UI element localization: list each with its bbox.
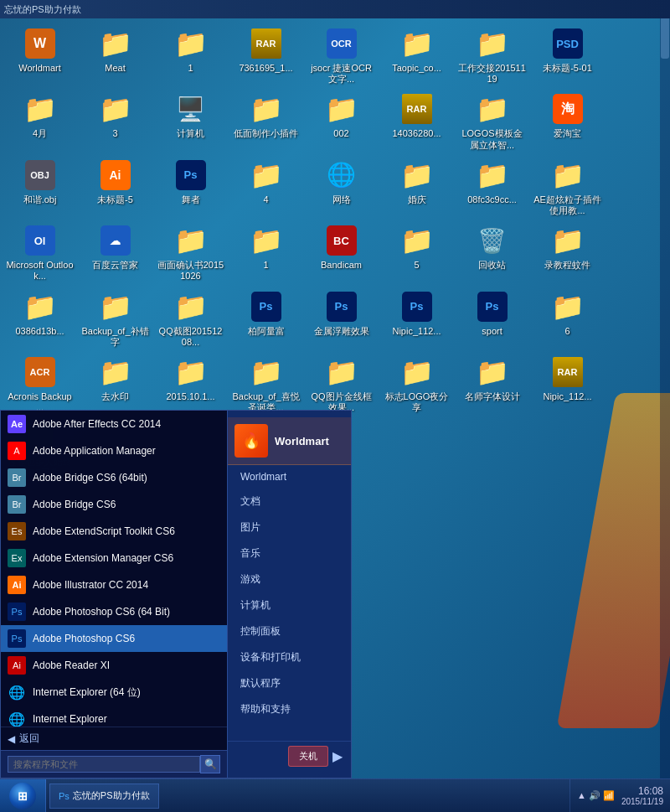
icon-qq-screenshot[interactable]: 📁 QQ截图20151208... (155, 286, 226, 351)
start-item-ae2014[interactable]: Ae Adobe After Effects CC 2014 (1, 411, 227, 437)
start-item-app-manager[interactable]: A Adobe Application Manager (1, 437, 227, 464)
icon-4[interactable]: 📁 4 (230, 154, 302, 220)
icon-lowcost[interactable]: 📁 低面制作小插件 (230, 88, 302, 153)
system-tray-icons: ▲ 🔊 📶 (577, 790, 615, 801)
icon-qq-pics[interactable]: 📁 QQ图片金线框效果... (306, 351, 377, 416)
start-place-computer[interactable]: 计算机 (228, 592, 351, 618)
icon-font-design[interactable]: 📁 名师字体设计 (456, 351, 528, 416)
icon-logo-night[interactable]: 📁 标志LOGO夜分享 (381, 351, 452, 416)
start-item-ie[interactable]: 🌐 Internet Explorer (1, 706, 227, 727)
icon-work-exchange[interactable]: 📁 工作交接20151119 (456, 23, 528, 88)
start-back-button[interactable]: ◀ 返回 (1, 727, 227, 750)
start-place-games[interactable]: 游戏 (228, 566, 351, 592)
start-item-ps-cs6[interactable]: Ps Adobe Photoshop CS6 (1, 625, 227, 652)
bridge-icon: Br (8, 468, 26, 487)
start-item-reader[interactable]: Ai Adobe Reader XI (1, 652, 227, 679)
icon-1[interactable]: 📁 1 (155, 23, 226, 88)
icon-meat[interactable]: 📁 Meat (80, 23, 151, 88)
start-search-input[interactable] (8, 756, 200, 773)
shutdown-button[interactable]: 关机 (288, 746, 328, 767)
icon-backup2[interactable]: 📁 Backup_of_喜悦圣诞类... (230, 351, 302, 416)
icon-nipic-112b[interactable]: RAR Nipic_112... (532, 351, 603, 416)
windows-orb: ⊞ (9, 783, 36, 809)
icon-5[interactable]: 📁 5 (381, 220, 452, 285)
icon-1b[interactable]: 📁 1 (230, 220, 302, 285)
icon-acronis[interactable]: ACR Acronis Backup ... (4, 351, 75, 416)
pdf-icon: Ai (8, 656, 26, 675)
titlebar-text: 忘忧的PS助力付款 (4, 3, 81, 16)
icon-float-effect[interactable]: Ps 金属浮雕效果 (306, 286, 377, 351)
icon-nipic-112[interactable]: Ps Nipic_112... (381, 286, 452, 351)
start-place-pictures[interactable]: 图片 (228, 515, 351, 540)
icon-2015-101[interactable]: 📁 2015.10.1... (155, 351, 226, 416)
taskbar: ⊞ Ps 忘忧的PS助力付款 ▲ 🔊 📶 16:08 2015/11/19 (0, 778, 670, 812)
icon-taobao[interactable]: 淘 爱淘宝 (532, 88, 603, 153)
icon-tutorial[interactable]: 📁 录教程蚊件 (532, 220, 603, 285)
icon-jsocr[interactable]: OCR jsocr 捷速OCR文字... (306, 23, 377, 88)
icon-unlabeled-501[interactable]: PSD 未标题-5-01 (532, 23, 603, 88)
icon-002[interactable]: 📁 002 (306, 88, 377, 153)
taskbar-tasks: Ps 忘忧的PS助力付款 (46, 779, 570, 812)
icon-taopic[interactable]: 📁 Taopic_co... (381, 23, 452, 88)
icon-ae-plugin[interactable]: 📁 AE超炫粒子插件使用教... (532, 154, 603, 220)
icon-april[interactable]: 📁 4月 (4, 88, 75, 153)
icon-ps-dancer[interactable]: Ps 舞者 (155, 154, 226, 220)
icon-recycle[interactable]: 🗑️ 回收站 (456, 220, 528, 285)
start-place-default-progs[interactable]: 默认程序 (228, 670, 351, 696)
ps-64-icon: Ps (8, 603, 26, 621)
start-item-extension-mgr[interactable]: Ex Adobe Extension Manager CS6 (1, 545, 227, 572)
icon-08fc3[interactable]: 📁 08fc3c9cc... (456, 154, 528, 220)
back-label: 返回 (19, 732, 39, 746)
programs-list: Ae Adobe After Effects CC 2014 A Adobe A… (1, 411, 227, 727)
icon-computer[interactable]: 🖥️ 计算机 (155, 88, 226, 153)
icon-baidu-cloud[interactable]: ☁ 百度云管家 (80, 220, 151, 285)
icon-bandicam[interactable]: BC Bandicam (306, 220, 377, 285)
search-button[interactable]: 🔍 (200, 755, 220, 773)
icon-sport[interactable]: Ps sport (456, 286, 528, 351)
icon-network[interactable]: 🌐 网络 (306, 154, 377, 220)
taskbar-task-ps[interactable]: Ps 忘忧的PS助力付款 (49, 784, 159, 809)
start-menu: Ae Adobe After Effects CC 2014 A Adobe A… (0, 410, 352, 778)
icon-harmony[interactable]: OBJ 和谐.obj (4, 154, 75, 220)
start-place-music[interactable]: 音乐 (228, 540, 351, 566)
taskbar-tray: ▲ 🔊 📶 16:08 2015/11/19 (570, 779, 670, 812)
taskbar-task-label: 忘忧的PS助力付款 (73, 789, 150, 802)
icon-screen-confirm[interactable]: 📁 画面确认书20151026 (155, 220, 226, 285)
icon-unlabeled-5-ai[interactable]: Ai 未标题-5 (80, 154, 151, 220)
desktop-scrollbar[interactable] (660, 0, 670, 812)
bridge-icon2: Br (8, 495, 26, 514)
start-item-ie64[interactable]: 🌐 Internet Explorer (64 位) (1, 679, 227, 706)
start-place-devices[interactable]: 设备和打印机 (228, 644, 351, 670)
start-place-docs[interactable]: 文档 (228, 489, 351, 515)
power-arrow[interactable]: ▶ (332, 748, 343, 764)
icon-worldmart[interactable]: W Worldmart (4, 23, 75, 88)
icon-logos[interactable]: 📁 LOGOS模板金属立体智... (456, 88, 528, 153)
icon-7361695[interactable]: RAR 7361695_1... (230, 23, 302, 88)
start-item-illustrator[interactable]: Ai Adobe Illustrator CC 2014 (1, 572, 227, 598)
start-button[interactable]: ⊞ (0, 779, 46, 813)
adobe-icon: A (8, 442, 26, 460)
start-place-help[interactable]: 帮助和支持 (228, 696, 351, 722)
start-menu-right: 🔥 Worldmart Worldmart 文档 图片 音乐 游戏 计算机 控制… (227, 411, 351, 778)
icon-6[interactable]: 📁 6 (532, 286, 603, 351)
icon-watermark[interactable]: 📁 去水印 (80, 351, 151, 416)
clock-area[interactable]: 16:08 2015/11/19 (621, 785, 663, 806)
start-item-ps-64[interactable]: Ps Adobe Photoshop CS6 (64 Bit) (1, 598, 227, 625)
ps-cs6-icon: Ps (8, 629, 26, 648)
start-item-extendscript[interactable]: Es Adobe ExtendScript Toolkit CS6 (1, 518, 227, 545)
icon-ps-paidang[interactable]: Ps 柏阿量富 (230, 286, 302, 351)
start-place-control-panel[interactable]: 控制面板 (228, 618, 351, 644)
icon-3[interactable]: 📁 3 (80, 88, 151, 153)
icon-backup1[interactable]: 📁 Backup_of_补错字 (80, 286, 151, 351)
start-item-bridge[interactable]: Br Adobe Bridge CS6 (1, 491, 227, 518)
icon-wedding[interactable]: 📁 婚庆 (381, 154, 452, 220)
ae-icon: Ae (8, 415, 26, 433)
icon-outlook[interactable]: Ol Microsoft Outlook... (4, 220, 75, 285)
start-item-bridge-64[interactable]: Br Adobe Bridge CS6 (64bit) (1, 464, 227, 491)
start-place-worldmart[interactable]: Worldmart (228, 465, 351, 489)
ie-icon: 🌐 (8, 710, 26, 727)
icon-0386d13b[interactable]: 📁 0386d13b... (4, 286, 75, 351)
start-logo-text: Worldmart (275, 435, 329, 447)
ie64-icon: 🌐 (8, 683, 26, 701)
icon-14036280[interactable]: RAR 14036280... (381, 88, 452, 153)
